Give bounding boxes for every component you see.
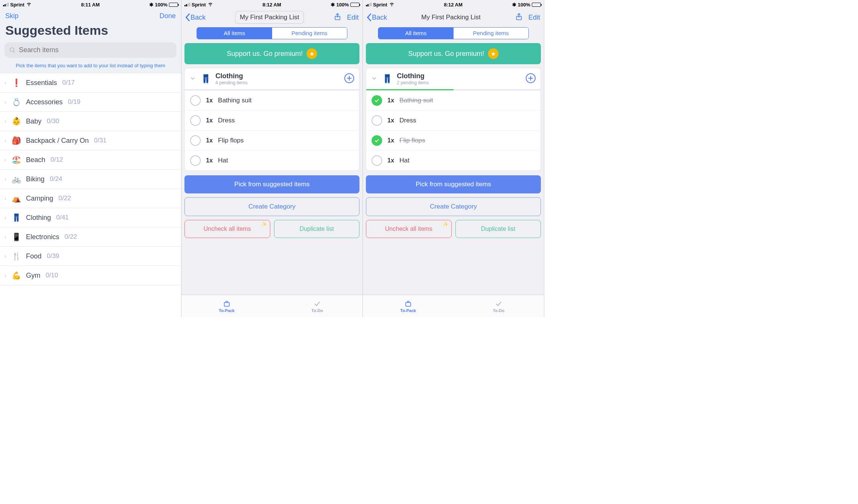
add-item-button[interactable] (525, 73, 536, 85)
battery-icon (532, 3, 541, 7)
category-name: Food (26, 252, 42, 260)
segment-pending[interactable]: Pending items (272, 28, 347, 39)
segment-pending[interactable]: Pending items (454, 28, 529, 39)
category-count: 0/22 (65, 233, 77, 241)
packing-item[interactable]: 1x Dress (185, 110, 359, 130)
segment-all[interactable]: All items (378, 28, 454, 39)
category-row[interactable]: › 👖 Clothing 0/41 (0, 208, 181, 227)
add-item-button[interactable] (344, 73, 355, 85)
battery-pct: 100% (336, 2, 349, 8)
category-row[interactable]: › 👶 Baby 0/30 (0, 112, 181, 131)
duplicate-list-button[interactable]: Duplicate list (274, 220, 360, 238)
filter-segment[interactable]: All items Pending items (378, 27, 529, 39)
checkbox-unchecked[interactable] (190, 115, 201, 126)
share-icon (333, 12, 342, 21)
checkbox-unchecked[interactable] (372, 155, 382, 166)
chevron-left-icon (367, 13, 372, 22)
collapse-toggle[interactable] (371, 75, 378, 83)
signal-icon (184, 3, 190, 6)
list-title-editable[interactable]: My First Packing List (235, 11, 304, 24)
category-name: Backpack / Carry On (26, 137, 89, 145)
category-row[interactable]: › 🚲 Biking 0/24 (0, 170, 181, 189)
packing-item[interactable]: 1x Flip flops (185, 130, 359, 150)
item-qty: 1x (206, 157, 213, 164)
skip-button[interactable]: Skip (5, 12, 19, 20)
category-emoji: ⛺ (12, 194, 21, 203)
carrier-label: Sprint (373, 2, 387, 8)
category-header[interactable]: 👖 Clothing 2 pending items (366, 68, 541, 89)
search-input[interactable] (19, 46, 172, 54)
sparkle-icon: ✨ (262, 222, 267, 227)
share-button[interactable] (333, 12, 342, 23)
star-icon: ★ (307, 48, 317, 59)
category-name: Essentials (26, 79, 57, 87)
packing-item[interactable]: 1x Flip flops (366, 130, 541, 150)
premium-banner[interactable]: Support us. Go premium! ★ (366, 43, 541, 64)
category-emoji: 👖 (382, 74, 392, 84)
checkbox-unchecked[interactable] (190, 135, 201, 146)
category-row[interactable]: › ⛺ Camping 0/22 (0, 189, 181, 208)
pick-suggested-button[interactable]: Pick from suggested items (184, 175, 359, 193)
category-row[interactable]: › 💍 Accessories 0/19 (0, 93, 181, 112)
list-title: My First Packing List (421, 14, 481, 21)
chevron-right-icon: › (5, 99, 6, 105)
category-row[interactable]: › 🍴 Food 0/39 (0, 247, 181, 266)
packing-item[interactable]: 1x Hat (366, 150, 541, 170)
packing-item[interactable]: 1x Dress (366, 110, 541, 130)
edit-button[interactable]: Edit (528, 14, 540, 22)
checkbox-unchecked[interactable] (190, 155, 201, 166)
checkbox-checked[interactable] (372, 95, 382, 106)
search-field[interactable] (5, 42, 177, 58)
collapse-toggle[interactable] (189, 75, 196, 83)
share-button[interactable] (515, 12, 523, 23)
category-emoji: ❗ (12, 78, 21, 87)
checkbox-unchecked[interactable] (372, 115, 382, 126)
filter-segment[interactable]: All items Pending items (197, 27, 347, 39)
tab-to-do[interactable]: To-Do (454, 295, 544, 317)
tab-to-pack[interactable]: To-Pack (363, 295, 454, 317)
create-category-button[interactable]: Create Category (366, 197, 541, 216)
chevron-right-icon: › (5, 195, 6, 201)
segment-all[interactable]: All items (197, 28, 272, 39)
premium-banner[interactable]: Support us. Go premium! ★ (184, 43, 359, 64)
chevron-right-icon: › (5, 215, 6, 221)
category-emoji: 🎒 (12, 136, 21, 145)
edit-button[interactable]: Edit (347, 14, 359, 22)
back-button[interactable]: Back (367, 13, 387, 22)
create-category-button[interactable]: Create Category (184, 197, 359, 216)
category-row[interactable]: › 💪 Gym 0/10 (0, 266, 181, 285)
status-bar: Sprint 8:12 AM ✱ 100% (181, 0, 362, 8)
category-name: Electronics (26, 233, 59, 241)
done-button[interactable]: Done (160, 12, 176, 20)
uncheck-all-button[interactable]: Uncheck all items✨ (366, 220, 452, 238)
svg-point-0 (10, 48, 14, 52)
checkbox-checked[interactable] (372, 135, 382, 146)
category-row[interactable]: › 🏖️ Beach 0/12 (0, 150, 181, 170)
category-emoji: 💪 (12, 271, 21, 280)
hint-text: Pick the items that you want to add to y… (0, 61, 181, 73)
bluetooth-icon: ✱ (149, 2, 153, 8)
category-count: 0/22 (59, 195, 71, 202)
sparkle-icon: ✨ (443, 222, 448, 227)
packing-item[interactable]: 1x Hat (185, 150, 359, 170)
status-time: 8:11 AM (81, 2, 99, 8)
share-icon (515, 12, 523, 21)
packing-item[interactable]: 1x Bathing suit (185, 90, 359, 110)
pick-suggested-button[interactable]: Pick from suggested items (366, 175, 541, 193)
category-header[interactable]: 👖 Clothing 4 pending items (185, 68, 359, 89)
wifi-icon (389, 1, 395, 8)
checkbox-unchecked[interactable] (190, 95, 201, 106)
tab-to-do[interactable]: To-Do (272, 295, 363, 317)
category-row[interactable]: › ❗ Essentials 0/17 (0, 73, 181, 93)
tab-to-pack[interactable]: To-Pack (181, 295, 272, 317)
packing-item[interactable]: 1x Bathing suit (366, 90, 541, 110)
duplicate-list-button[interactable]: Duplicate list (455, 220, 541, 238)
uncheck-all-button[interactable]: Uncheck all items✨ (184, 220, 270, 238)
category-row[interactable]: › 📱 Electronics 0/22 (0, 227, 181, 247)
category-subtitle: 4 pending items (215, 80, 248, 85)
back-button[interactable]: Back (185, 13, 206, 22)
category-name: Baby (26, 117, 42, 125)
back-label: Back (372, 14, 387, 22)
status-bar: Sprint 8:12 AM ✱ 100% (363, 0, 544, 8)
category-row[interactable]: › 🎒 Backpack / Carry On 0/31 (0, 131, 181, 150)
